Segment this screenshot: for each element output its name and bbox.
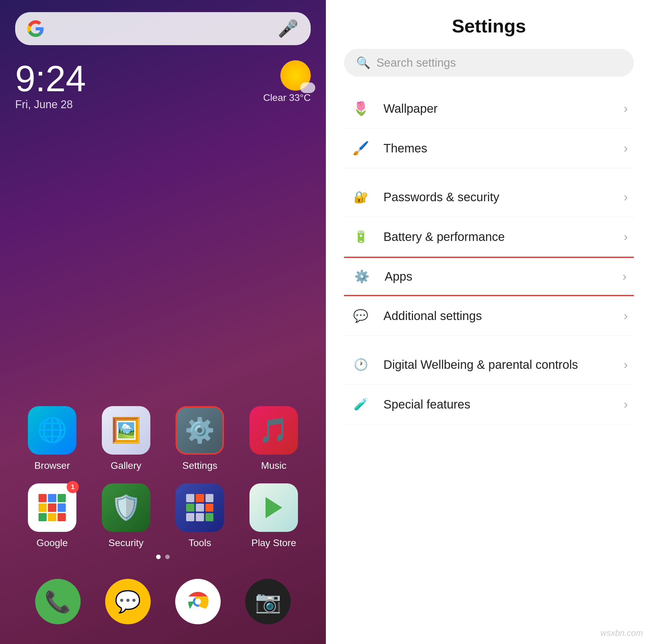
digital-chevron: › (624, 358, 628, 371)
passwords-label: Passwords & security (383, 190, 624, 204)
search-icon: 🔍 (356, 56, 371, 69)
battery-label: Battery & performance (383, 230, 624, 244)
settings-item-themes[interactable]: 🖌️ Themes › (344, 129, 634, 168)
dot-1 (156, 555, 161, 559)
wallpaper-chevron: › (624, 102, 628, 115)
music-label: Music (261, 460, 287, 471)
clock-display: 9:24 (15, 60, 86, 97)
settings-item-apps[interactable]: ⚙️ Apps › (344, 257, 634, 296)
watermark: wsxbn.com (600, 628, 643, 638)
tools-icon[interactable] (175, 483, 224, 532)
google-app[interactable]: 1 Google (28, 483, 76, 549)
messages-dock-icon[interactable]: 💬 (105, 579, 151, 624)
settings-item-battery[interactable]: 🔋 Battery & performance › (344, 217, 634, 257)
settings-panel: Settings 🔍 Search settings 🌷 Wallpaper ›… (326, 0, 652, 644)
browser-app[interactable]: 🌐 Browser (28, 406, 76, 471)
security-label: Security (109, 537, 144, 549)
search-settings-bar[interactable]: 🔍 Search settings (344, 49, 634, 77)
settings-app[interactable]: ⚙️ Settings (175, 406, 224, 471)
chrome-dock-icon[interactable] (175, 579, 221, 624)
tools-app[interactable]: Tools (175, 483, 224, 549)
themes-chevron: › (624, 142, 628, 155)
notification-badge: 1 (67, 481, 79, 493)
settings-item-digital[interactable]: 🕐 Digital Wellbeing & parental controls … (344, 345, 634, 385)
passwords-icon: 🔐 (350, 186, 371, 207)
special-icon: 🧪 (350, 394, 371, 415)
music-app[interactable]: 🎵 Music (249, 406, 298, 471)
playstore-label: Play Store (251, 537, 296, 549)
special-label: Special features (383, 398, 624, 411)
gallery-label: Gallery (111, 460, 141, 471)
playstore-icon[interactable] (249, 483, 298, 532)
date-display: Fri, June 28 (15, 98, 86, 111)
themes-label: Themes (383, 142, 624, 155)
security-app[interactable]: 🛡️ Security (102, 483, 151, 549)
settings-item-passwords[interactable]: 🔐 Passwords & security › (344, 177, 634, 217)
settings-item-wallpaper[interactable]: 🌷 Wallpaper › (344, 89, 634, 129)
weather-text: Clear 33°C (263, 92, 311, 103)
search-settings-placeholder: Search settings (377, 56, 456, 69)
playstore-app[interactable]: Play Store (249, 483, 298, 549)
settings-list: 🌷 Wallpaper › 🖌️ Themes › 🔐 Passwords & … (344, 89, 634, 632)
page-indicator (15, 555, 311, 559)
app-row-1: 🌐 Browser 🖼️ Gallery ⚙️ Settings 🎵 Music (15, 406, 311, 471)
apps-label: Apps (385, 270, 623, 283)
gallery-icon[interactable]: 🖼️ (102, 406, 151, 455)
digital-label: Digital Wellbeing & parental controls (383, 358, 624, 371)
music-icon[interactable]: 🎵 (249, 406, 298, 455)
phone-homescreen: 🎤 9:24 Fri, June 28 Clear 33°C 🌐 Browser… (0, 0, 326, 644)
google-search-bar[interactable]: 🎤 (15, 12, 311, 45)
dot-2 (165, 555, 170, 559)
additional-icon: 💬 (350, 305, 371, 327)
google-logo (27, 20, 44, 37)
settings-title: Settings (344, 15, 634, 37)
passwords-chevron: › (624, 190, 628, 204)
weather-icon (280, 60, 311, 91)
browser-icon[interactable]: 🌐 (28, 406, 76, 455)
phone-dock-icon[interactable]: 📞 (35, 579, 81, 624)
tools-label: Tools (189, 537, 211, 549)
special-chevron: › (624, 398, 628, 411)
bottom-dock: 📞 💬 📷 (15, 571, 311, 632)
additional-label: Additional settings (383, 309, 624, 323)
google-app-icon[interactable]: 1 (28, 483, 76, 532)
settings-icon[interactable]: ⚙️ (175, 406, 224, 455)
settings-item-special[interactable]: 🧪 Special features › (344, 385, 634, 424)
themes-icon: 🖌️ (350, 138, 371, 159)
time-weather-widget: 9:24 Fri, June 28 Clear 33°C (15, 60, 311, 111)
camera-dock-icon[interactable]: 📷 (245, 579, 291, 624)
browser-label: Browser (34, 460, 70, 471)
settings-item-additional[interactable]: 💬 Additional settings › (344, 296, 634, 336)
svg-point-1 (195, 598, 201, 605)
digital-icon: 🕐 (350, 354, 371, 375)
wallpaper-label: Wallpaper (383, 102, 624, 115)
security-icon[interactable]: 🛡️ (102, 483, 151, 532)
battery-chevron: › (624, 230, 628, 244)
settings-label: Settings (183, 460, 218, 471)
apps-chevron: › (623, 270, 627, 283)
battery-icon: 🔋 (350, 226, 371, 247)
gallery-app[interactable]: 🖼️ Gallery (102, 406, 151, 471)
mic-icon[interactable]: 🎤 (278, 19, 299, 38)
wallpaper-icon: 🌷 (350, 98, 371, 119)
app-row-2: 1 Google 🛡️ Security (15, 483, 311, 549)
google-label: Google (36, 537, 67, 549)
apps-icon: ⚙️ (351, 266, 373, 287)
additional-chevron: › (624, 309, 628, 323)
